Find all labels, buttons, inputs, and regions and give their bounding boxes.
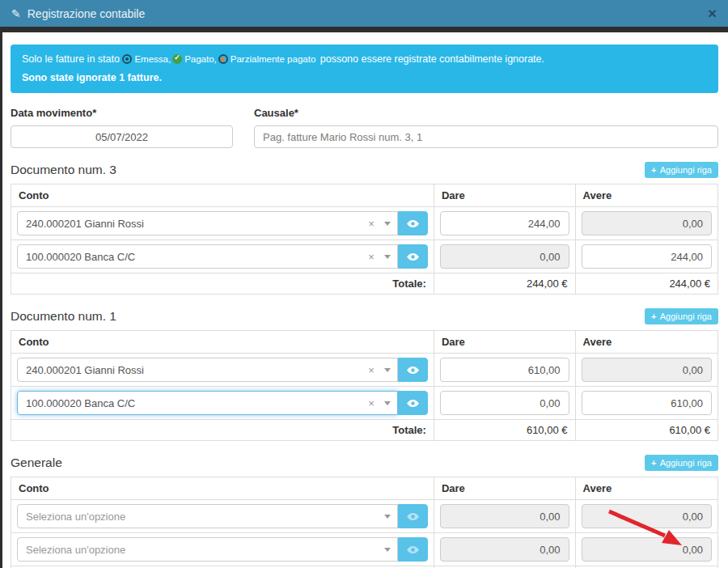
avere-cell [576,500,717,532]
form-row: Data movimento* Causale* [11,107,718,148]
avere-cell [576,387,717,419]
date-movimento-input[interactable] [11,125,233,148]
total-avere: 244,00 € [576,273,717,294]
document-section: Documento num. 3+ Aggiungi rigaContoDare… [11,162,718,295]
total-label: Totale: [11,273,434,294]
conto-select[interactable]: Seleziona un'opzione [17,537,398,562]
total-dare: 610,00 € [434,420,576,440]
chevron-down-icon[interactable] [384,222,391,226]
alert-line1-prefix: Solo le fatture in stato [22,53,120,65]
column-header-conto: Conto [11,331,434,353]
column-header-dare: Dare [434,184,576,206]
status-label: Pagato, [184,54,217,64]
total-dare: 244,00 € [434,273,576,294]
clear-icon[interactable]: × [368,397,375,409]
clear-icon[interactable]: × [368,218,375,230]
status-badge: Pagato, [172,54,217,64]
section-title: Generale [11,456,62,470]
modal-header: ✎ Registrazione contabile × [0,0,728,27]
table-row: 240.000201 Gianni Rossi× [11,207,717,240]
status-label: Parzialmente pagato [231,54,315,64]
modal-body: Solo le fatture in stato Emessa,Pagato,P… [0,32,728,568]
causale-input[interactable] [254,125,718,148]
section-header: Generale+ Aggiungi riga [11,455,718,471]
dare-input[interactable] [440,211,569,235]
conto-select-value: Seleziona un'opzione [26,544,384,556]
pencil-icon: ✎ [11,7,21,20]
chevron-down-icon[interactable] [384,368,391,372]
eye-button[interactable] [398,358,428,382]
aggiungi-riga-button[interactable]: + Aggiungi riga [645,162,718,178]
conto-cell: 100.000020 Banca C/C× [11,387,434,419]
date-movimento-label: Data movimento* [11,107,233,119]
status-badge: Parzialmente pagato [218,54,315,64]
clear-icon[interactable]: × [368,364,375,376]
section-header: Documento num. 1+ Aggiungi riga [11,308,718,324]
chevron-down-icon[interactable] [384,401,391,405]
chevron-down-icon[interactable] [384,515,391,519]
avere-cell [576,240,717,273]
avere-cell [576,533,717,566]
causale-label: Causale* [254,107,718,119]
conto-select[interactable]: Seleziona un'opzione [17,504,398,528]
conto-select-value: 100.000020 Banca C/C [26,397,368,409]
total-row: Totale:610,00 €610,00 € [11,420,717,440]
dare-input[interactable] [440,391,569,415]
dare-input[interactable] [440,358,569,382]
eye-button[interactable] [398,391,428,415]
conto-select[interactable]: 240.000201 Gianni Rossi× [17,358,398,382]
conto-select-value: Seleziona un'opzione [26,511,384,523]
aggiungi-riga-button[interactable]: + Aggiungi riga [645,455,718,471]
conto-select-value: 100.000020 Banca C/C [26,251,368,263]
dare-cell [434,240,576,273]
status-label: Emessa, [134,54,171,64]
accounting-table: ContoDareAvere240.000201 Gianni Rossi×10… [11,330,718,441]
dare-cell [434,387,576,419]
conto-cell: 240.000201 Gianni Rossi× [11,354,434,386]
column-header-dare: Dare [434,477,576,499]
conto-cell: Seleziona un'opzione [11,500,434,532]
alert-line1-suffix: possono essere registrate contabilmente … [320,53,544,65]
avere-input [582,358,712,382]
avere-input[interactable] [582,391,712,415]
conto-select-value: 240.000201 Gianni Rossi [26,218,368,230]
status-badge: Emessa, [122,54,171,64]
avere-input [582,504,712,528]
conto-select[interactable]: 240.000201 Gianni Rossi× [17,211,398,235]
dare-cell [434,207,576,239]
status-list: Emessa,Pagato,Parzialmente pagato [122,53,317,65]
modal-title: Registrazione contabile [28,7,146,20]
total-avere: 610,00 € [576,420,717,440]
aggiungi-riga-button[interactable]: + Aggiungi riga [645,308,718,324]
eye-button[interactable] [398,244,428,269]
clear-icon[interactable]: × [368,251,375,263]
conto-select[interactable]: 100.000020 Banca C/C× [17,391,398,415]
conto-select-value: 240.000201 Gianni Rossi [26,364,368,376]
table-row: 100.000020 Banca C/C× [11,387,717,420]
column-header-avere: Avere [576,184,717,206]
conto-cell: 240.000201 Gianni Rossi× [11,207,434,239]
avere-input[interactable] [582,244,712,269]
plus-icon: + [651,312,656,321]
conto-select[interactable]: 100.000020 Banca C/C× [17,244,398,269]
accounting-table: ContoDareAvere240.000201 Gianni Rossi×10… [11,184,718,295]
dare-cell [434,354,576,386]
alert-line2: Sono state ignorate 1 fatture. [22,72,707,83]
table-header-row: ContoDareAvere [11,477,717,500]
avere-input [582,537,712,562]
eye-button[interactable] [398,537,428,562]
chevron-down-icon[interactable] [384,548,391,552]
table-row: Seleziona un'opzione [11,533,717,566]
column-header-dare: Dare [434,331,576,353]
avere-cell [576,354,717,386]
eye-button[interactable] [398,504,428,528]
eye-button[interactable] [398,211,428,235]
table-row: 100.000020 Banca C/C× [11,240,717,273]
avere-input [582,211,712,235]
close-icon[interactable]: × [708,6,717,21]
status-pagato-icon [172,54,182,64]
header-divider [0,27,728,32]
plus-icon: + [651,165,656,175]
chevron-down-icon[interactable] [384,255,391,259]
status-emessa-icon [122,54,132,64]
